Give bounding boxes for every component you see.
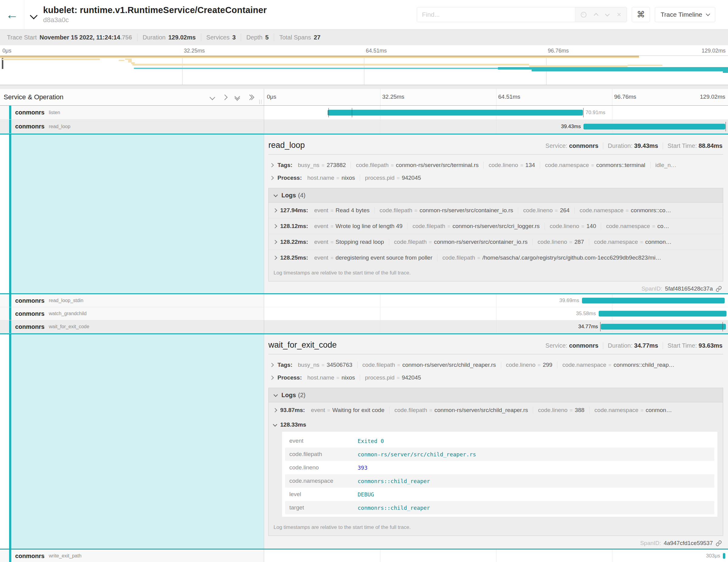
span-row-watch-grandchild[interactable]: conmonrs watch_grandchild 35.58ms [0,307,728,320]
span-detail-indent-pane [0,334,264,549]
expanded-log-entry-header[interactable]: 128.33ms [269,418,723,432]
process-row[interactable]: Process: host.name=nixos process.pid=942… [268,172,723,184]
chevron-down-icon [30,12,37,19]
operation-name: write_exit_path [49,553,82,559]
span-bar-cell[interactable]: 303μs [264,550,728,562]
timeline-gridline [380,294,380,307]
span-name-cell[interactable]: conmonrs listen [0,106,264,120]
minimap-span-segment [628,65,662,66]
timeline-gridline [496,320,496,333]
back-button[interactable]: ← [0,0,24,29]
link-icon[interactable] [716,286,722,292]
trace-id: d8a3a0c [43,16,267,24]
minimap-span-segment [134,68,498,69]
expand-all-icon[interactable] [248,95,253,99]
minimap-scrubber-handle[interactable] [2,56,3,69]
span-detail-wait-for-exit-code: wait_for_exit_code Service: conmonrs Dur… [0,333,728,550]
chevron-right-icon [270,176,274,180]
find-controls: × [575,7,627,22]
trace-total-spans: Total Spans27 [274,33,326,41]
service-color-bar [9,307,11,320]
table-row: code.lineno 393 [285,461,714,474]
logs-header[interactable]: Logs (2) [269,388,723,402]
log-entry[interactable]: 128.22ms: event=Stopping read loop code.… [269,234,723,250]
span-name-cell[interactable]: conmonrs read_loop [0,120,264,134]
span-row-write-exit-path[interactable]: conmonrs write_exit_path 303μs [0,550,728,562]
collapse-all-icon[interactable] [235,94,239,100]
timeline-column-header: Service & Operation 0μs 32.25ms 64.51ms … [0,89,728,106]
keyboard-shortcuts-button[interactable]: ⌘ [632,7,650,22]
chevron-right-icon [273,255,277,260]
span-duration-bar[interactable] [601,324,726,330]
log-entry[interactable]: 128.12ms: event=Wrote log line of length… [269,218,723,234]
minimap-span-segment [132,64,529,66]
span-duration-bar[interactable] [599,311,726,317]
timeline-gridline [612,89,612,105]
tags-row[interactable]: Tags: busy_ns=273882 code.filepath=conmo… [268,159,723,172]
trace-minimap-canvas[interactable] [0,56,728,85]
minimap-span-segment [532,70,728,71]
span-duration-bar[interactable] [723,553,725,559]
span-bar-cell[interactable]: 39.69ms [264,294,728,307]
timeline-gridline [380,89,380,105]
span-row-read-loop-stdin[interactable]: conmonrs read_loop_stdin 39.69ms [0,294,728,307]
minimap-span-segment [119,60,124,61]
trace-collapse-toggle[interactable] [31,13,36,19]
operation-name: watch_grandchild [49,311,87,316]
span-name-cell[interactable]: conmonrs watch_grandchild [0,307,264,320]
span-boundary-tick [328,108,329,117]
log-entry[interactable]: 93.87ms: event=Waiting for exit code cod… [269,402,723,418]
trace-start: Trace StartNovember 15 2022, 11:24:14.75… [2,33,138,41]
span-duration-label: 70.91ms [586,110,605,116]
expand-one-icon[interactable] [223,95,227,99]
service-color-bar [9,320,11,333]
span-duration-label: 303μs [706,553,720,559]
link-icon[interactable] [716,540,722,547]
column-resize-grip[interactable] [259,100,261,104]
span-duration-bar[interactable] [582,298,725,304]
focus-match-icon[interactable] [581,12,587,18]
chevron-right-icon [273,208,277,212]
timeline-tick: 129.02ms [700,94,725,100]
span-duration-bar[interactable] [583,124,725,129]
span-id-row: SpanID: 4a947cfd1ce59537 [268,540,723,547]
log-entry[interactable]: 128.25ms: event=deregistering event sour… [269,250,723,265]
span-row-listen[interactable]: conmonrs listen 70.91ms [0,106,728,120]
service-color-bar [9,294,11,307]
find-box: × [417,7,627,22]
next-match-icon[interactable] [605,12,610,16]
find-input[interactable] [417,7,575,22]
chevron-right-icon [273,224,277,228]
span-bar-cell[interactable]: 39.43ms [264,120,728,134]
collapse-one-icon[interactable] [210,95,214,99]
ruler-tick: 0μs [2,48,11,54]
clear-find-icon[interactable]: × [617,11,621,18]
table-row: code.filepath conmon-rs/server/src/child… [285,448,714,461]
span-duration-bar[interactable] [328,110,583,115]
span-detail-read-loop: read_loop Service: conmonrs Duration: 39… [0,134,728,294]
logs-header[interactable]: Logs (4) [269,188,723,203]
span-detail-content: wait_for_exit_code Service: conmonrs Dur… [264,334,728,549]
span-bar-cell[interactable]: 35.58ms [264,307,728,320]
prev-match-icon[interactable] [594,13,599,18]
span-bar-cell[interactable]: 34.77ms [264,320,728,333]
back-arrow-icon: ← [6,8,19,21]
process-row[interactable]: Process: host.name=nixos process.pid=942… [268,371,723,384]
span-row-wait-for-exit-code[interactable]: conmonrs wait_for_exit_code 34.77ms [0,320,728,333]
log-entry[interactable]: 127.94ms: event=Read 4 bytes code.filepa… [269,203,723,218]
operation-name: listen [49,110,60,115]
span-boundary-tick [726,122,726,131]
tags-row[interactable]: Tags: busy_ns=34506763 code.filepath=con… [268,359,723,371]
top-bar: ← kubelet: runtime.v1.RuntimeService/Cre… [0,0,728,29]
span-name-cell[interactable]: conmonrs read_loop_stdin [0,294,264,307]
service-color-bar [9,106,11,119]
span-name-cell[interactable]: conmonrs wait_for_exit_code [0,320,264,333]
span-name-cell[interactable]: conmonrs write_exit_path [0,550,264,562]
minimap-gridline [364,56,364,85]
chevron-down-icon [274,392,278,397]
service-operation-title: Service & Operation [4,93,210,101]
span-row-read-loop[interactable]: conmonrs read_loop 39.43ms [0,120,728,134]
span-bar-cell[interactable]: 70.91ms [264,106,728,120]
view-selector-button[interactable]: Trace Timeline [655,7,715,22]
operation-name: read_loop_stdin [49,298,83,303]
